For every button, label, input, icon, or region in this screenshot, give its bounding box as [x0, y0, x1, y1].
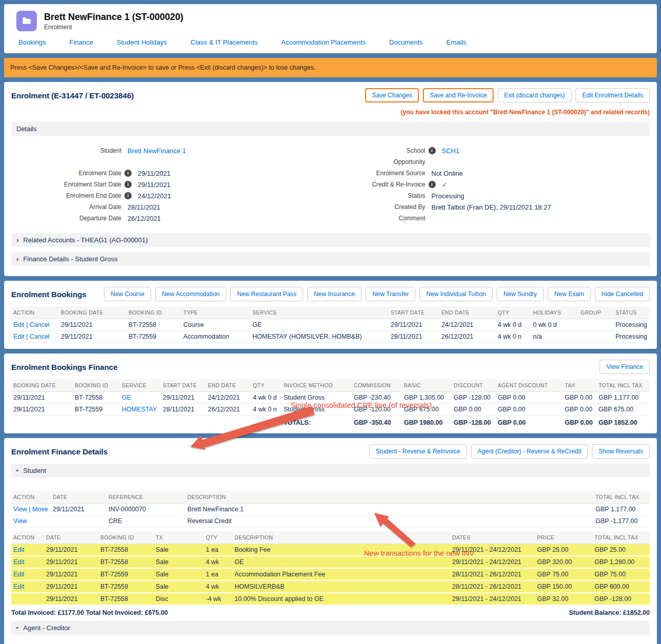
btn-student-reverse-reinvoice[interactable]: Student - Reverse & ReInvoice [369, 444, 467, 459]
tab-finance[interactable]: Finance [69, 38, 93, 46]
edit-enrolment-details-button[interactable]: Edit Enrolment Details [575, 88, 650, 102]
btn-hide-cancelled[interactable]: Hide Cancelled [595, 287, 650, 301]
cell: 28/11/2021 [389, 331, 439, 343]
col-total-incl-tax: TOTAL INCL TAX [592, 531, 650, 544]
btn-new-restaurant-pass[interactable]: New Restaurant Pass [230, 287, 303, 301]
enrolment-bookings-card: Enrolment Bookings New CourseNew Accommo… [4, 281, 657, 349]
student-balance: Student Balance: £1852.00 [569, 609, 650, 616]
btn-new-sundry[interactable]: New Sundry [497, 287, 543, 301]
col-reference: REFERENCE [106, 491, 185, 504]
cell: 4 wk [204, 556, 232, 568]
info-icon: i [429, 147, 436, 154]
field-label: Departure Date [11, 215, 121, 222]
btn-new-exam[interactable]: New Exam [548, 287, 591, 301]
col-holidays: HOLIDAYS [531, 306, 579, 319]
cell: 29/11/2021 [11, 392, 73, 404]
cell: 4 wk 0 d [251, 392, 282, 404]
finance-details-title: Enrolment Finance Details [11, 447, 108, 456]
save-and-reinvoice-button[interactable]: Save and Re-Invoice [423, 88, 493, 102]
cell: BT-72559 [73, 404, 120, 416]
cell: HOMESTAY (HOMSILVER, HOMB&B) [250, 331, 389, 343]
btn-new-transfer[interactable]: New Transfer [366, 287, 415, 301]
cell: GBP -1,177.00 [593, 515, 650, 527]
info-icon: i [124, 192, 132, 199]
action-link[interactable]: GE [120, 392, 161, 404]
col-discount: DISCOUNT [452, 379, 496, 392]
table-row: Edit | Cancel29/11/2021BT-72559Accommoda… [11, 331, 650, 343]
cell: 29/11/2021 [44, 568, 98, 580]
cell: GBP 320.00 [535, 556, 592, 568]
agent-creditor-accordion[interactable]: › Agent - Creditor [11, 621, 650, 635]
tab-accommodation-placements[interactable]: Accommodation Placements [281, 38, 366, 46]
status-value: Processing [432, 192, 464, 200]
col-date: DATE [51, 491, 106, 504]
cell: GBP -128.00 [592, 593, 650, 605]
cell: 4 wk 0 d [496, 319, 531, 331]
cell: GBP 600.00 [592, 580, 650, 593]
cell [73, 416, 120, 429]
chevron-right-icon: › [16, 236, 18, 244]
action-link[interactable]: Edit | Cancel [11, 319, 59, 331]
tab-documents[interactable]: Documents [389, 38, 423, 46]
col-service: SERVICE [250, 306, 389, 319]
action-link[interactable]: Edit [11, 544, 44, 556]
col-invoice-method: INVOICE METHOD [282, 379, 352, 392]
cell: GBP 1980.00 [402, 416, 452, 429]
action-link[interactable]: Edit [11, 556, 44, 568]
student-invoice-table: ACTIONDATEREFERENCEDESCRIPTIONTOTAL INCL… [11, 491, 650, 527]
col-status: STATUS [613, 306, 650, 319]
tab-bookings[interactable]: Bookings [18, 38, 46, 46]
tab-emails[interactable]: Emails [446, 38, 466, 46]
col-date: DATE [44, 531, 98, 544]
btn-new-insurance[interactable]: New Insurance [307, 287, 361, 301]
btn-show-reversals[interactable]: Show Reversals [592, 444, 650, 459]
action-link[interactable]: Edit [11, 580, 44, 593]
cell: 29/11/2021 [389, 319, 439, 331]
cell: BT-72558 [98, 556, 154, 568]
cell: 4 wk 0 n [251, 404, 282, 416]
cell: 1 ea [204, 544, 232, 556]
cell: GBP 0.00 [563, 416, 596, 429]
cell: GBP 0.00 [452, 404, 496, 416]
field-value: Not Online [432, 170, 463, 177]
enrolment-finance-details-card: Enrolment Finance Details Student - Reve… [4, 438, 657, 644]
action-link[interactable]: Edit | Cancel [11, 331, 59, 343]
btn-new-course[interactable]: New Course [104, 287, 151, 301]
view-finance-button[interactable]: View Finance [600, 360, 650, 374]
cell: Disc [154, 593, 204, 605]
col-dates: DATES [450, 531, 535, 544]
field-label: Enrolment Start Date [11, 181, 121, 188]
cell: 29/11/2021 [59, 331, 126, 343]
cell: 10.00% Discount applied to GE [232, 593, 450, 605]
btn-new-individual-tuition[interactable]: New Individual Tuition [419, 287, 493, 301]
exit-discard-button[interactable]: Exit (discard changes) [498, 88, 572, 102]
btn-agent-creditor-reverse-recredit[interactable]: Agent (Creditor) - Reverse & ReCredit [471, 444, 588, 459]
btn-new-accommodation[interactable]: New Accommodation [155, 287, 226, 301]
cell [161, 416, 206, 429]
action-link[interactable]: View | Move [11, 504, 51, 515]
col-commission: COMMISSION [352, 379, 402, 392]
cell: 4 wk 0 n [496, 331, 531, 343]
student-link[interactable]: Brett NewFinance 1 [127, 147, 186, 155]
action-link[interactable]: View [11, 515, 51, 527]
field-label: Arrival Date [11, 203, 121, 211]
bookings-finance-title: Enrolment Bookings Finance [11, 363, 118, 371]
related-accounts-accordion[interactable]: › Related Accounts - THEAG1 (AG-000001) [11, 233, 650, 247]
field-value: 26/12/2021 [127, 215, 161, 222]
col-tax: TAX [563, 379, 596, 392]
action-link[interactable]: HOMESTAY [120, 404, 161, 416]
col-start-date: START DATE [161, 379, 206, 392]
tab-class-it-placements[interactable]: Class & IT Placements [190, 38, 258, 46]
table-row: Edit29/11/2021BT-72558Sale1 eaBooking Fe… [11, 544, 650, 556]
save-changes-button[interactable]: Save Changes [365, 88, 419, 102]
cell: 28/11/2021 - 26/12/2021 [450, 580, 535, 593]
finance-details-accordion[interactable]: › Finance Details - Student Gross [11, 252, 650, 266]
tab-student-holidays[interactable]: Student Holidays [117, 38, 167, 46]
cell: 26/12/2021 [206, 404, 251, 416]
school-link[interactable]: SCH1 [442, 147, 460, 155]
cell: 26/12/2021 [439, 331, 496, 343]
student-accordion[interactable]: › Student [11, 464, 650, 477]
action-link[interactable]: Edit [11, 568, 44, 580]
col-qty: QTY [251, 379, 282, 392]
col-qty: QTY [204, 531, 232, 544]
